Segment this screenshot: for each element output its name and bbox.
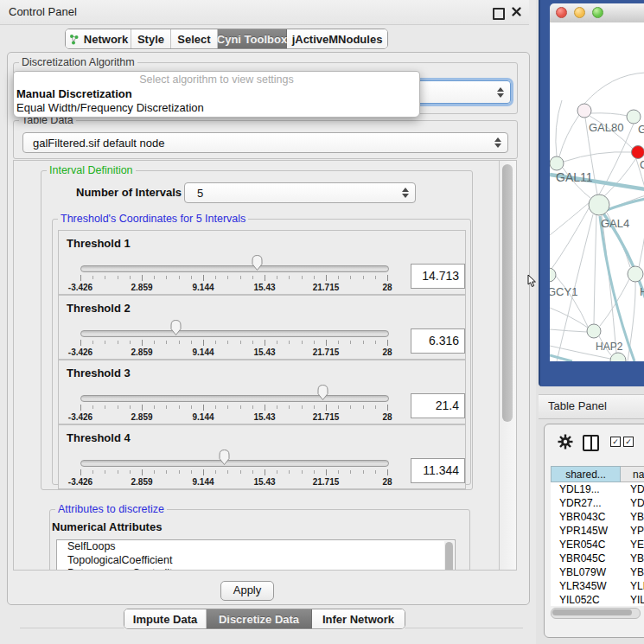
node-label-c: C: [640, 158, 644, 171]
popup-hint: Select algorithm to view settings: [14, 72, 419, 87]
control-panel-titlebar: Control Panel: [0, 0, 529, 25]
network-canvas[interactable]: GAL80GACGAL11GAL4GCY1HHAP2: [550, 22, 644, 361]
gear-icon[interactable]: [558, 434, 573, 450]
network-icon: [68, 34, 80, 45]
slider-thumb[interactable]: [251, 254, 264, 271]
gal11-node[interactable]: [550, 156, 564, 170]
threshold-label: Threshold 1: [67, 237, 131, 250]
gal80-node[interactable]: [577, 104, 591, 118]
close-window-icon[interactable]: [556, 7, 567, 18]
table-row[interactable]: YER054CYER0: [557, 538, 644, 552]
cell-name: YBR0: [630, 510, 644, 524]
panel-title: Control Panel: [9, 5, 77, 18]
tab-cyni-toolbox[interactable]: Cyni Toolbox: [218, 29, 287, 48]
cell-shared-name: YBL079W: [559, 565, 606, 579]
interval-definition-title: Interval Definition: [47, 164, 136, 177]
tab-style[interactable]: Style: [131, 29, 171, 48]
slider-track[interactable]: [80, 460, 389, 467]
table-row[interactable]: YDR27...YDR2: [557, 496, 644, 510]
node-label-ga: GA: [638, 123, 644, 136]
hap2-node[interactable]: [587, 324, 601, 338]
table-row[interactable]: YPR145WYPR1: [557, 524, 644, 538]
scrollbar-thumb[interactable]: [552, 609, 632, 615]
checkbox-icon[interactable]: ✓: [610, 437, 621, 447]
popup-item-manual-discretization[interactable]: Manual Discretization: [14, 87, 419, 101]
minimize-window-icon[interactable]: [574, 7, 585, 18]
tab-infer-network[interactable]: Infer Network: [312, 609, 405, 628]
threshold-4-panel: Threshold 4-3.4262.8599.14415.4321.71528…: [58, 424, 466, 489]
tab-label: jActiveMNodules: [292, 33, 383, 46]
attribute-item-topologicalcoefficient[interactable]: TopologicalCoefficient: [57, 554, 455, 568]
table-row[interactable]: YLR345WYLR3: [557, 579, 644, 593]
cell-shared-name: YDR27...: [559, 496, 602, 510]
threshold-value-field[interactable]: 11.344: [411, 458, 465, 483]
tab-discretize-data[interactable]: Discretize Data: [207, 609, 312, 628]
node-label-gal80: GAL80: [589, 121, 623, 134]
slider-thumb[interactable]: [218, 449, 231, 466]
column-header-shared-name[interactable]: shared...: [551, 466, 621, 482]
threshold-value-field[interactable]: 14.713: [411, 264, 465, 289]
table-data-group: Table Data galFiltered.sif default node: [13, 120, 518, 159]
gal4-node[interactable]: [589, 194, 609, 215]
table-row[interactable]: YBR043CYBR0: [557, 510, 644, 524]
network-window-titlebar[interactable]: [550, 3, 644, 23]
number-of-intervals-combo[interactable]: 5: [184, 182, 416, 203]
attributes-list-scrollbar[interactable]: [444, 541, 454, 570]
column-header-name[interactable]: na: [621, 466, 644, 482]
tab-label: Impute Data: [133, 613, 197, 626]
threshold-label: Threshold 4: [67, 431, 131, 444]
cell-shared-name: YBR043C: [559, 510, 605, 524]
bottom-node[interactable]: [610, 353, 626, 361]
table-row[interactable]: YBR045CYBR0: [557, 552, 644, 565]
threshold-value-field[interactable]: 6.316: [411, 328, 465, 354]
table-row[interactable]: YDL19...YDL1: [557, 482, 644, 496]
slider-track[interactable]: [80, 330, 389, 337]
top-right-node[interactable]: [627, 110, 641, 124]
checkbox-icon[interactable]: ✓: [623, 437, 634, 447]
slider-track[interactable]: [80, 395, 389, 402]
red-node[interactable]: [632, 146, 644, 159]
slider-track[interactable]: [80, 265, 389, 272]
float-panel-icon[interactable]: [493, 8, 505, 20]
zoom-window-icon[interactable]: [592, 7, 603, 18]
slider-ticks: [80, 275, 387, 282]
cell-shared-name: YPR145W: [559, 524, 608, 538]
table-horizontal-scrollbar[interactable]: [551, 608, 641, 619]
gcy1-node[interactable]: [550, 268, 556, 282]
table-data-combo[interactable]: galFiltered.sif default node: [22, 132, 508, 153]
table-row[interactable]: YIL052CYIL0: [557, 593, 644, 606]
attributes-group: Attributes to discretize Numerical Attri…: [49, 509, 470, 570]
tab-impute-data[interactable]: Impute Data: [124, 609, 207, 628]
numerical-attributes-list[interactable]: SelfLoopsTopologicalCoefficientBetweenne…: [56, 539, 456, 570]
algorithm-dropdown-popup: Select algorithm to view settings Manual…: [13, 71, 420, 118]
discretization-algorithm-title: Discretization Algorithm: [19, 56, 137, 69]
scrollbar-thumb[interactable]: [502, 164, 513, 422]
table-panel-title: Table Panel: [548, 399, 607, 412]
apply-button[interactable]: Apply: [220, 581, 274, 601]
slider-thumb[interactable]: [316, 384, 329, 401]
node-table: ✓ ✓ shared... na YDL19...YDL1YDR27...YDR…: [544, 424, 644, 638]
combo-stepper-icon: [402, 188, 409, 198]
combo-stepper-icon: [494, 137, 501, 148]
threshold-value-field[interactable]: 21.4: [411, 393, 465, 418]
close-icon[interactable]: [511, 6, 522, 17]
attribute-item-betweennesscentrality[interactable]: BetweennessCentrality: [57, 567, 455, 570]
panel-vertical-scrollbar[interactable]: [500, 161, 516, 570]
table-row[interactable]: YBL079WYBL0: [557, 565, 644, 579]
number-of-intervals-label: Number of Intervals: [76, 186, 182, 199]
cell-shared-name: YDL19...: [559, 482, 600, 496]
tab-select[interactable]: Select: [171, 29, 218, 48]
tab-jactivemnodules[interactable]: jActiveMNodules: [287, 29, 387, 48]
attributes-group-title: Attributes to discretize: [55, 503, 167, 516]
tab-label: Infer Network: [322, 613, 394, 626]
slider-ticks: [80, 340, 387, 347]
slider-thumb[interactable]: [169, 319, 182, 336]
popup-item-equal-width-frequency-discretization[interactable]: Equal Width/Frequency Discretization: [14, 101, 419, 115]
columns-icon[interactable]: [583, 435, 599, 451]
tab-network[interactable]: Network: [66, 29, 131, 48]
attribute-item-selfloops[interactable]: SelfLoops: [57, 540, 455, 554]
cell-name: YBL0: [630, 565, 644, 579]
right-mid-node[interactable]: [628, 266, 643, 282]
node-label-hap2: HAP2: [596, 341, 623, 353]
threshold-1-panel: Threshold 1-3.4262.8599.14415.4321.71528…: [58, 230, 466, 295]
